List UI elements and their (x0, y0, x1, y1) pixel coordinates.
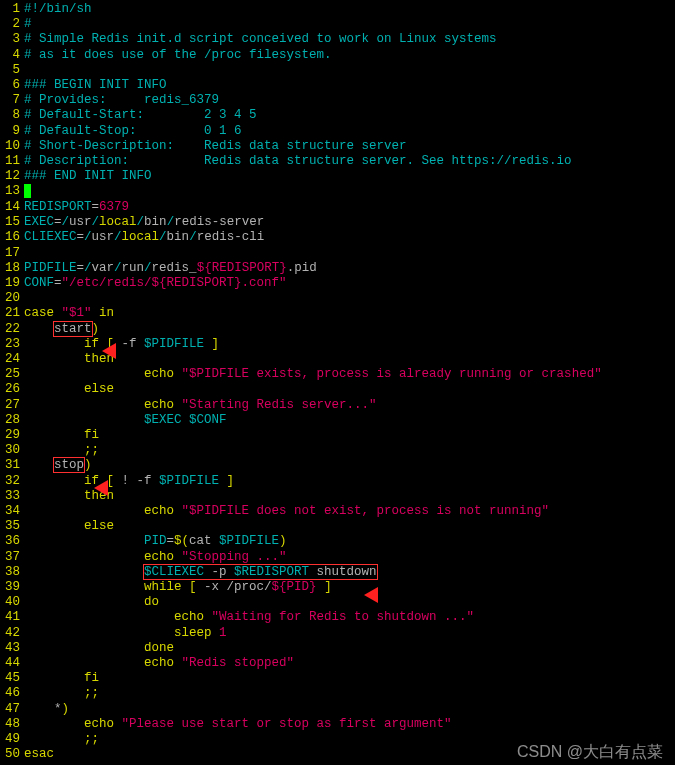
code-line: 32 if [ ! -f $PIDFILE ] (0, 474, 675, 489)
code-content: while [ -x /proc/${PID} ] (24, 580, 675, 595)
code-line: 34 echo "$PIDFILE does not exist, proces… (0, 504, 675, 519)
line-number: 43 (0, 641, 20, 656)
code-line: 10# Short-Description: Redis data struct… (0, 139, 675, 154)
line-number: 4 (0, 48, 20, 63)
line-number: 6 (0, 78, 20, 93)
code-line: 19CONF="/etc/redis/${REDISPORT}.conf" (0, 276, 675, 291)
code-line: 47 *) (0, 702, 675, 717)
code-content: if [ ! -f $PIDFILE ] (24, 474, 675, 489)
code-content: done (24, 641, 675, 656)
line-number: 26 (0, 382, 20, 397)
code-content: if [ -f $PIDFILE ] (24, 337, 675, 352)
line-number: 24 (0, 352, 20, 367)
code-line: 45 fi (0, 671, 675, 686)
code-content: PIDFILE=/var/run/redis_${REDISPORT}.pid (24, 261, 675, 276)
code-line: 35 else (0, 519, 675, 534)
code-content: # Description: Redis data structure serv… (24, 154, 675, 169)
code-line: 48 echo "Please use start or stop as fir… (0, 717, 675, 732)
line-number: 9 (0, 124, 20, 139)
code-content: ### BEGIN INIT INFO (24, 78, 675, 93)
code-content: $EXEC $CONF (24, 413, 675, 428)
code-line: 16CLIEXEC=/usr/local/bin/redis-cli (0, 230, 675, 245)
code-content: then (24, 352, 675, 367)
code-line: 39 while [ -x /proc/${PID} ] (0, 580, 675, 595)
line-number: 45 (0, 671, 20, 686)
code-line: 23 if [ -f $PIDFILE ] (0, 337, 675, 352)
line-number: 22 (0, 322, 20, 337)
code-line: 27 echo "Starting Redis server..." (0, 398, 675, 413)
line-number: 11 (0, 154, 20, 169)
line-number: 14 (0, 200, 20, 215)
highlight-box: $CLIEXEC -p $REDISPORT shutdown (144, 565, 377, 579)
code-content: echo "Waiting for Redis to shutdown ..." (24, 610, 675, 625)
code-content: PID=$(cat $PIDFILE) (24, 534, 675, 549)
code-content: ;; (24, 686, 675, 701)
line-number: 15 (0, 215, 20, 230)
code-line: 2# (0, 17, 675, 32)
code-content: #!/bin/sh (24, 2, 675, 17)
code-editor[interactable]: 1#!/bin/sh2#3# Simple Redis init.d scrip… (0, 0, 675, 762)
line-number: 33 (0, 489, 20, 504)
line-number: 7 (0, 93, 20, 108)
cursor (24, 184, 31, 198)
line-number: 10 (0, 139, 20, 154)
code-content: sleep 1 (24, 626, 675, 641)
code-line: 40 do (0, 595, 675, 610)
line-number: 19 (0, 276, 20, 291)
code-line: 21case "$1" in (0, 306, 675, 321)
line-number: 28 (0, 413, 20, 428)
line-number: 23 (0, 337, 20, 352)
code-line: 37 echo "Stopping ..." (0, 550, 675, 565)
code-line: 41 echo "Waiting for Redis to shutdown .… (0, 610, 675, 625)
line-number: 3 (0, 32, 20, 47)
code-content (24, 63, 675, 78)
line-number: 13 (0, 184, 20, 200)
code-line: 28 $EXEC $CONF (0, 413, 675, 428)
line-number: 34 (0, 504, 20, 519)
line-number: 21 (0, 306, 20, 321)
highlight-box: start (54, 322, 92, 336)
code-content: echo "$PIDFILE does not exist, process i… (24, 504, 675, 519)
line-number: 5 (0, 63, 20, 78)
code-line: 11# Description: Redis data structure se… (0, 154, 675, 169)
code-content (24, 184, 675, 200)
code-content: # (24, 17, 675, 32)
code-line: 1#!/bin/sh (0, 2, 675, 17)
code-content: echo "Please use start or stop as first … (24, 717, 675, 732)
code-line: 8# Default-Start: 2 3 4 5 (0, 108, 675, 123)
line-number: 37 (0, 550, 20, 565)
line-number: 12 (0, 169, 20, 184)
line-number: 29 (0, 428, 20, 443)
code-line: 42 sleep 1 (0, 626, 675, 641)
line-number: 27 (0, 398, 20, 413)
code-line: 36 PID=$(cat $PIDFILE) (0, 534, 675, 549)
code-content: REDISPORT=6379 (24, 200, 675, 215)
code-line: 33 then (0, 489, 675, 504)
line-number: 18 (0, 261, 20, 276)
line-number: 16 (0, 230, 20, 245)
code-line: 3# Simple Redis init.d script conceived … (0, 32, 675, 47)
code-line: 18PIDFILE=/var/run/redis_${REDISPORT}.pi… (0, 261, 675, 276)
highlight-box: stop (54, 458, 84, 472)
code-line: 29 fi (0, 428, 675, 443)
code-line: 26 else (0, 382, 675, 397)
code-content: fi (24, 671, 675, 686)
code-line: 31 stop) (0, 458, 675, 473)
line-number: 48 (0, 717, 20, 732)
line-number: 35 (0, 519, 20, 534)
code-line: 4# as it does use of the /proc filesyste… (0, 48, 675, 63)
code-line: 7# Provides: redis_6379 (0, 93, 675, 108)
line-number: 1 (0, 2, 20, 17)
code-content: CLIEXEC=/usr/local/bin/redis-cli (24, 230, 675, 245)
code-content: # as it does use of the /proc filesystem… (24, 48, 675, 63)
code-line: 30 ;; (0, 443, 675, 458)
code-content: echo "Starting Redis server..." (24, 398, 675, 413)
code-line: 5 (0, 63, 675, 78)
code-content: else (24, 519, 675, 534)
code-content: fi (24, 428, 675, 443)
line-number: 36 (0, 534, 20, 549)
line-number: 8 (0, 108, 20, 123)
code-line: 46 ;; (0, 686, 675, 701)
code-line: 6### BEGIN INIT INFO (0, 78, 675, 93)
code-line: 44 echo "Redis stopped" (0, 656, 675, 671)
